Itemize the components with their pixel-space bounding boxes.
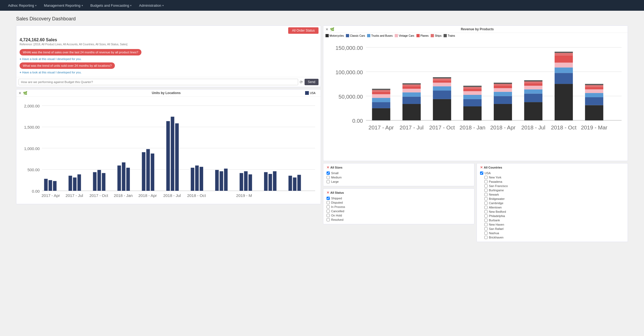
country-burlingame-checkbox[interactable]	[484, 189, 488, 192]
status-in-process[interactable]: In Process	[327, 205, 471, 209]
nav-administration[interactable]: Administration ▾	[135, 0, 167, 11]
country-newark-checkbox[interactable]	[484, 193, 488, 196]
country-brickhaven[interactable]: Brickhaven	[480, 235, 624, 240]
svg-rect-82	[463, 95, 482, 99]
country-new-bedford-checkbox[interactable]	[484, 210, 488, 213]
country-allentown-checkbox[interactable]	[484, 206, 488, 209]
svg-rect-104	[555, 63, 573, 68]
status-disputed[interactable]: Disputed	[327, 200, 471, 205]
nav-budgets-forecasting[interactable]: Budgets and Forecasting ▾	[87, 0, 136, 11]
status-in-process-checkbox[interactable]	[327, 205, 330, 208]
svg-rect-27	[175, 123, 179, 191]
country-san-rafael[interactable]: San Rafael	[480, 227, 624, 231]
svg-rect-70	[402, 86, 421, 89]
country-philadelphia[interactable]: Philadelphia	[480, 214, 624, 218]
country-burbank[interactable]: Burbank	[480, 218, 624, 222]
svg-rect-106	[555, 53, 573, 55]
dashboard-grid: All Order Status 4,724,162.60 Sales Refe…	[16, 25, 628, 242]
country-pasadena[interactable]: Pasadena	[480, 180, 624, 184]
country-newark[interactable]: Newark	[480, 192, 624, 197]
countries-close-btn[interactable]: ✕	[480, 166, 483, 169]
revenue-panel-header: ✕ 🌿 Revenue by Products	[323, 26, 628, 33]
chat-header: All Order Status	[16, 26, 321, 35]
country-new-haven[interactable]: New Haven	[480, 222, 624, 227]
svg-text:50,000.00: 50,000.00	[339, 94, 363, 100]
revenue-panel-icons: ✕ 🌿	[325, 28, 334, 31]
country-san-francisco[interactable]: San Francisco	[480, 184, 624, 188]
svg-rect-39	[273, 171, 276, 191]
status-disputed-checkbox[interactable]	[327, 201, 330, 204]
status-resolved[interactable]: Resolved	[327, 218, 471, 222]
nav-management-reporting[interactable]: Management Reporting ▾	[40, 0, 87, 11]
status-filter-title: ✕ All Status	[327, 191, 471, 195]
country-new-york-checkbox[interactable]	[484, 176, 488, 179]
country-new-bedford[interactable]: New Bedford	[480, 210, 624, 214]
leaf-icon[interactable]: 🌿	[23, 91, 27, 95]
country-burlingame[interactable]: Burlingame	[480, 188, 624, 192]
system-message-2[interactable]: Have a look at this visual I developed f…	[20, 70, 317, 75]
country-usa-checkbox[interactable]	[480, 171, 483, 175]
svg-rect-41	[293, 177, 297, 191]
revenue-chart-svg: 150,000.00 100,000.00 50,000.00 0.00	[323, 38, 628, 160]
status-cancelled-checkbox[interactable]	[327, 210, 330, 213]
country-usa[interactable]: USA	[480, 171, 624, 175]
send-button[interactable]: Send	[305, 79, 319, 85]
country-bridgewater[interactable]: Bridgewater	[480, 197, 624, 201]
country-san-francisco-checkbox[interactable]	[484, 184, 488, 188]
country-nashua-checkbox[interactable]	[484, 232, 488, 235]
status-cancelled[interactable]: Cancelled	[327, 209, 471, 213]
country-san-rafael-checkbox[interactable]	[484, 227, 488, 230]
size-large[interactable]: Large	[327, 180, 471, 184]
legend-label-vintage-cars: Vintage Cars	[399, 34, 414, 37]
status-on-hold-checkbox[interactable]	[327, 214, 330, 217]
size-medium-checkbox[interactable]	[327, 176, 330, 179]
size-medium[interactable]: Medium	[327, 175, 471, 180]
svg-rect-19	[118, 166, 121, 191]
svg-rect-33	[224, 169, 228, 191]
svg-rect-109	[585, 97, 603, 105]
svg-rect-31	[215, 170, 219, 191]
country-allentown[interactable]: Allentown	[480, 205, 624, 210]
country-new-haven-checkbox[interactable]	[484, 223, 488, 226]
leaf-icon[interactable]: 🌿	[330, 28, 334, 31]
status-resolved-checkbox[interactable]	[327, 218, 330, 221]
status-shipped-checkbox[interactable]	[327, 197, 330, 200]
country-cambridge[interactable]: Cambridge	[480, 201, 624, 205]
main-page: Sales Discovery Dashboard All Order Stat…	[0, 11, 644, 247]
svg-text:2017 - Apr: 2017 - Apr	[368, 125, 394, 130]
refresh-icon[interactable]: ⟳	[300, 80, 303, 84]
svg-rect-26	[171, 117, 174, 191]
country-new-york[interactable]: New York	[480, 175, 624, 180]
close-icon[interactable]: ✕	[325, 28, 328, 31]
status-on-hold[interactable]: On Hold	[327, 213, 471, 218]
close-icon[interactable]: ✕	[19, 91, 21, 95]
svg-text:2018 - Oct: 2018 - Oct	[187, 193, 206, 198]
size-large-checkbox[interactable]	[327, 180, 330, 183]
country-cambridge-checkbox[interactable]	[484, 201, 488, 205]
svg-rect-34	[240, 173, 243, 191]
size-small[interactable]: Small	[327, 171, 471, 175]
country-philadelphia-checkbox[interactable]	[484, 214, 488, 218]
country-bridgewater-checkbox[interactable]	[484, 197, 488, 200]
country-nashua[interactable]: Nashua	[480, 231, 624, 235]
user-message-1: WHAt was the trend of sales over the las…	[20, 49, 141, 55]
system-message-1[interactable]: Have a look at this visual I developed f…	[20, 57, 317, 61]
svg-rect-38	[269, 174, 272, 191]
svg-rect-91	[494, 86, 512, 88]
country-pasadena-checkbox[interactable]	[484, 180, 488, 183]
status-shipped[interactable]: Shipped	[327, 196, 471, 200]
country-brickhaven-checkbox[interactable]	[484, 236, 488, 239]
country-burbank-checkbox[interactable]	[484, 219, 488, 222]
size-small-checkbox[interactable]	[327, 171, 330, 175]
sizes-close-btn[interactable]: ✕	[327, 166, 329, 169]
svg-rect-97	[524, 86, 542, 89]
order-status-button[interactable]: All Order Status	[288, 27, 319, 34]
sales-ref: Reference: [2018, All Product Lines, All…	[20, 43, 317, 46]
chat-input[interactable]	[19, 79, 298, 85]
svg-rect-96	[524, 89, 542, 94]
nav-adhoc-reporting[interactable]: Adhoc Reporting ▾	[4, 0, 40, 11]
svg-text:2018 - Jan: 2018 - Jan	[459, 125, 485, 130]
svg-rect-16	[93, 172, 97, 191]
svg-rect-85	[463, 87, 482, 89]
status-close-btn[interactable]: ✕	[327, 191, 329, 195]
